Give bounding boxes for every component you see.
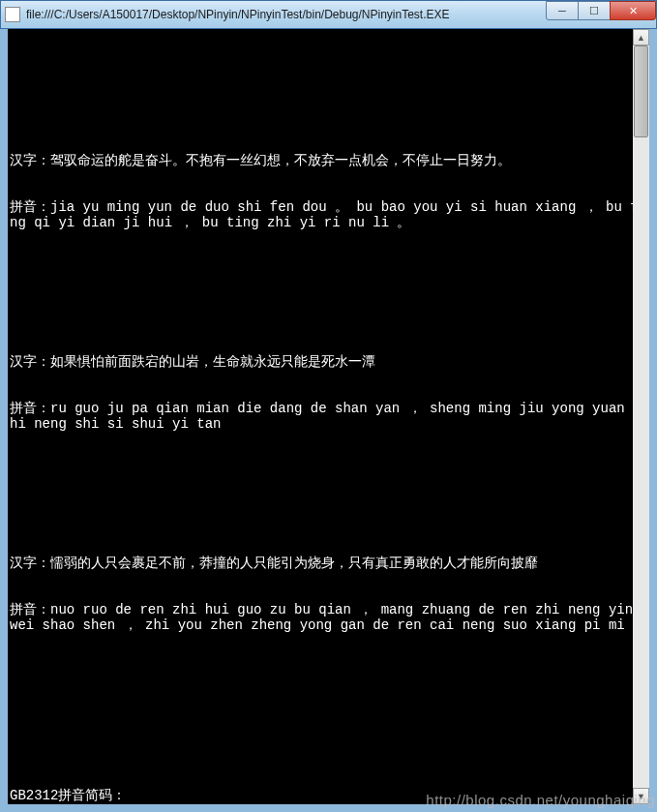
hanzi-text: 驾驭命运的舵是奋斗。不抱有一丝幻想，不放弃一点机会，不停止一日努力。: [50, 153, 511, 168]
hanzi-line: 汉字：驾驭命运的舵是奋斗。不抱有一丝幻想，不放弃一点机会，不停止一日努力。: [10, 153, 647, 168]
window-titlebar: file:///C:/Users/A150017/Desktop/NPinyin…: [0, 0, 657, 29]
hanzi-text: 如果惧怕前面跌宕的山岩，生命就永远只能是死水一潭: [50, 354, 375, 370]
sentence-block: 汉字：如果惧怕前面跌宕的山岩，生命就永远只能是死水一潭 拼音：ru guo ju…: [10, 323, 647, 463]
scroll-track[interactable]: [633, 45, 649, 788]
pinyin-label: 拼音：: [10, 401, 50, 416]
pinyin-label: 拼音：: [10, 602, 50, 617]
scroll-thumb[interactable]: [634, 45, 648, 137]
vertical-scrollbar[interactable]: ▲ ▼: [633, 29, 649, 804]
console-area: 汉字：驾驭命运的舵是奋斗。不抱有一丝幻想，不放弃一点机会，不停止一日努力。 拼音…: [8, 29, 649, 804]
minimize-button[interactable]: ─: [546, 1, 579, 20]
hanzi-label: 汉字：: [10, 556, 50, 571]
scroll-up-button[interactable]: ▲: [633, 29, 649, 45]
sentence-block: 汉字：驾驭命运的舵是奋斗。不抱有一丝幻想，不放弃一点机会，不停止一日努力。 拼音…: [10, 122, 647, 261]
maximize-button[interactable]: ☐: [578, 1, 611, 20]
window-frame: 汉字：驾驭命运的舵是奋斗。不抱有一丝幻想，不放弃一点机会，不停止一日努力。 拼音…: [0, 29, 657, 812]
close-button[interactable]: ✕: [610, 1, 656, 20]
pinyin-line: 拼音：jia yu ming yun de duo shi fen dou 。 …: [10, 199, 647, 230]
hanzi-line: 汉字：懦弱的人只会裹足不前，莽撞的人只能引为烧身，只有真正勇敢的人才能所向披靡: [10, 556, 647, 571]
hanzi-label: 汉字：: [10, 354, 50, 370]
hanzi-text: 懦弱的人只会裹足不前，莽撞的人只能引为烧身，只有真正勇敢的人才能所向披靡: [50, 556, 538, 571]
window-controls: ─ ☐ ✕: [547, 1, 656, 20]
hanzi-label: 汉字：: [10, 153, 50, 168]
pinyin-text: ru guo ju pa qian mian die dang de shan …: [10, 401, 642, 432]
app-icon: [5, 7, 20, 22]
section-header: GB2312拼音简码：: [10, 788, 647, 803]
pinyin-text: nuo ruo de ren zhi hui guo zu bu qian ， …: [10, 602, 642, 633]
scroll-down-button[interactable]: ▼: [633, 788, 649, 804]
pinyin-label: 拼音：: [10, 199, 50, 215]
pinyin-line: 拼音：nuo ruo de ren zhi hui guo zu bu qian…: [10, 602, 647, 633]
pinyin-text: jia yu ming yun de duo shi fen dou 。 bu …: [10, 199, 646, 230]
hanzi-line: 汉字：如果惧怕前面跌宕的山岩，生命就永远只能是死水一潭: [10, 354, 647, 370]
pinyin-line: 拼音：ru guo ju pa qian mian die dang de sh…: [10, 401, 647, 432]
sentence-block: 汉字：懦弱的人只会裹足不前，莽撞的人只能引为烧身，只有真正勇敢的人才能所向披靡 …: [10, 525, 647, 664]
